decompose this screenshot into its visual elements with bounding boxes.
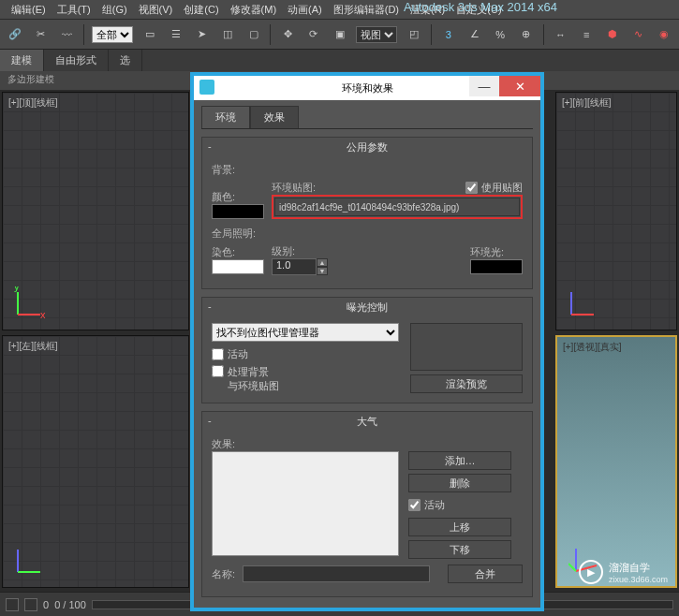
level-spinner[interactable]: 1.0 bbox=[272, 258, 317, 275]
collapse-icon[interactable]: - bbox=[208, 301, 212, 312]
label-ambient: 环境光: bbox=[470, 245, 523, 259]
viewport-perspective-label[interactable]: [+][透视][真实] bbox=[563, 341, 622, 354]
region-icon[interactable]: ◫ bbox=[218, 25, 237, 44]
viewport-top[interactable]: [+][顶][线框] yx bbox=[2, 92, 189, 330]
panel-atmosphere: -大气 效果: 添加… 删除 活动 上移 下移 bbox=[201, 411, 533, 597]
timeline-key-icon[interactable] bbox=[24, 598, 37, 611]
menu-tools[interactable]: 工具(T) bbox=[53, 3, 95, 17]
selection-scope-select[interactable]: 全部 bbox=[92, 26, 133, 43]
app-title: Autodesk 3ds Max 2014 x64 bbox=[404, 0, 557, 14]
main-toolbar: 🔗 ✂ 〰 全部 ▭ ☰ ➤ ◫ ▢ ✥ ⟳ ▣ 视图 ◰ 3 ∠ % ⊕ ↔ … bbox=[0, 19, 679, 49]
ribbon-tabs: 建模 自由形式 选 bbox=[0, 49, 679, 71]
tab-freeform[interactable]: 自由形式 bbox=[44, 50, 109, 71]
exposure-active-wrap[interactable]: 活动 bbox=[212, 347, 401, 361]
menu-modifiers[interactable]: 修改器(M) bbox=[227, 3, 281, 17]
viewport-top-label[interactable]: [+][顶][线框] bbox=[8, 96, 58, 110]
minimize-button[interactable]: — bbox=[469, 76, 499, 96]
dialog-tabs: 环境 效果 bbox=[201, 106, 533, 129]
viewport-front[interactable]: [+][前][线框] bbox=[555, 92, 677, 330]
scale-icon[interactable]: ▣ bbox=[331, 25, 349, 44]
label-global-light: 全局照明: bbox=[212, 227, 523, 241]
move-down-button[interactable]: 下移 bbox=[408, 540, 511, 559]
play-icon: ▶ bbox=[579, 560, 603, 584]
spinner-down-icon[interactable]: ▼ bbox=[317, 267, 328, 275]
mirror-icon[interactable]: ↔ bbox=[552, 25, 570, 44]
render-preview-button[interactable]: 渲染预览 bbox=[410, 374, 523, 393]
env-map-highlight: id98c2af14cf9e_t01408494c93bfe328a.jpg) bbox=[272, 195, 523, 219]
label-use-map: 使用贴图 bbox=[481, 181, 523, 195]
menu-create[interactable]: 创建(C) bbox=[180, 3, 222, 17]
cursor-icon[interactable]: ➤ bbox=[192, 25, 211, 44]
use-map-checkbox-wrap[interactable]: 使用贴图 bbox=[465, 181, 523, 195]
curve-icon[interactable]: ∿ bbox=[629, 25, 648, 44]
tab-environment[interactable]: 环境 bbox=[201, 106, 250, 128]
tab-selection[interactable]: 选 bbox=[109, 50, 142, 71]
effects-listbox[interactable] bbox=[212, 451, 399, 556]
environment-dialog: 环境和效果 — ✕ 环境 效果 -公用参数 背景: 颜色: bbox=[190, 72, 544, 611]
spinner-up-icon[interactable]: ▲ bbox=[317, 258, 328, 267]
atmos-active-checkbox[interactable] bbox=[408, 499, 421, 511]
label-tint: 染色: bbox=[212, 245, 264, 259]
watermark: ▶ 溜溜自学 zixue.3d66.com bbox=[579, 560, 668, 584]
ambient-swatch[interactable] bbox=[470, 259, 523, 274]
svg-line-10 bbox=[568, 564, 576, 571]
process-bg-checkbox[interactable] bbox=[212, 365, 224, 377]
viewport-left[interactable]: [+][左][线框] bbox=[2, 335, 189, 588]
viewport-front-label[interactable]: [+][前][线框] bbox=[562, 96, 612, 110]
label-effects: 效果: bbox=[212, 437, 523, 451]
tint-swatch[interactable] bbox=[212, 259, 264, 274]
menu-views[interactable]: 视图(V) bbox=[135, 3, 177, 17]
menu-edit[interactable]: 编辑(E) bbox=[7, 3, 50, 17]
move-icon[interactable]: ✥ bbox=[278, 25, 297, 44]
collapse-icon[interactable]: - bbox=[208, 415, 212, 426]
bind-icon[interactable]: 〰 bbox=[57, 25, 76, 44]
rotate-icon[interactable]: ⟳ bbox=[304, 25, 323, 44]
timeline-toggle-icon[interactable] bbox=[6, 598, 19, 611]
percent-snap-icon[interactable]: % bbox=[491, 25, 509, 44]
window-icon[interactable]: ▢ bbox=[244, 25, 263, 44]
select-icon[interactable]: ▭ bbox=[140, 25, 159, 44]
add-effect-button[interactable]: 添加… bbox=[408, 451, 511, 470]
axis-gizmo-icon bbox=[14, 544, 46, 576]
viewport-perspective[interactable]: [+][透视][真实] bbox=[555, 335, 677, 588]
link-icon[interactable]: 🔗 bbox=[6, 25, 24, 44]
snap3-icon[interactable]: 3 bbox=[439, 25, 458, 44]
merge-button[interactable]: 合并 bbox=[448, 565, 523, 583]
schematic-icon[interactable]: ◉ bbox=[655, 25, 673, 44]
atmos-active-wrap[interactable]: 活动 bbox=[408, 498, 511, 512]
layer-icon[interactable]: ⬢ bbox=[603, 25, 622, 44]
spinner-snap-icon[interactable]: ⊕ bbox=[517, 25, 536, 44]
tab-modeling[interactable]: 建模 bbox=[0, 50, 44, 71]
angle-snap-icon[interactable]: ∠ bbox=[465, 25, 484, 44]
select-name-icon[interactable]: ☰ bbox=[167, 25, 185, 44]
delete-effect-button[interactable]: 删除 bbox=[408, 474, 511, 492]
timeline-range: 0 / 100 bbox=[54, 599, 86, 610]
bg-color-swatch[interactable] bbox=[212, 204, 264, 219]
use-map-checkbox[interactable] bbox=[465, 182, 478, 194]
exposure-select[interactable]: 找不到位图代理管理器 bbox=[212, 323, 399, 342]
menu-graph[interactable]: 图形编辑器(D) bbox=[330, 3, 403, 17]
process-bg-wrap[interactable]: 处理背景 与环境贴图 bbox=[212, 365, 401, 393]
dialog-titlebar[interactable]: 环境和效果 — ✕ bbox=[194, 76, 540, 100]
panel-atmos-title: 大气 bbox=[357, 416, 377, 427]
watermark-brand: 溜溜自学 bbox=[609, 561, 668, 575]
label-exposure-active: 活动 bbox=[228, 347, 248, 361]
svg-text:x: x bbox=[40, 309, 46, 318]
tab-effects[interactable]: 效果 bbox=[250, 106, 299, 128]
menu-group[interactable]: 组(G) bbox=[98, 3, 131, 17]
pivot-icon[interactable]: ◰ bbox=[405, 25, 423, 44]
ref-coord-select[interactable]: 视图 bbox=[356, 26, 397, 43]
menu-animation[interactable]: 动画(A) bbox=[284, 3, 326, 17]
exposure-active-checkbox[interactable] bbox=[212, 348, 224, 360]
unlink-icon[interactable]: ✂ bbox=[32, 25, 51, 44]
viewport-left-label[interactable]: [+][左][线框] bbox=[8, 340, 58, 353]
env-map-button[interactable]: id98c2af14cf9e_t01408494c93bfe328a.jpg) bbox=[274, 198, 520, 216]
move-up-button[interactable]: 上移 bbox=[408, 518, 511, 536]
close-button[interactable]: ✕ bbox=[499, 76, 540, 96]
label-color: 颜色: bbox=[212, 190, 264, 204]
align-icon[interactable]: ≡ bbox=[577, 25, 596, 44]
label-level: 级别: bbox=[272, 244, 328, 258]
effect-name-input[interactable] bbox=[243, 565, 430, 582]
label-process-bg: 处理背景 bbox=[228, 366, 269, 377]
collapse-icon[interactable]: - bbox=[208, 140, 212, 152]
